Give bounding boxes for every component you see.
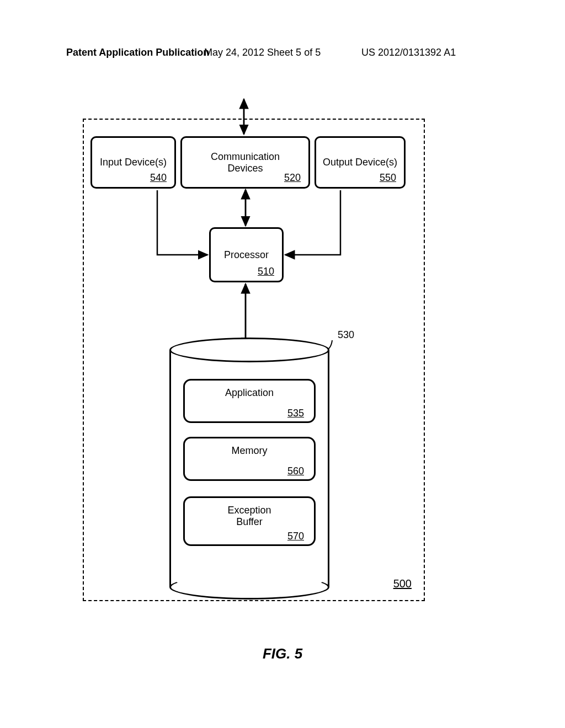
comm-label-1: Communication xyxy=(211,151,280,163)
header-patent-number: US 2012/0131392 A1 xyxy=(361,47,456,58)
output-devices-block: Output Device(s) 550 xyxy=(315,136,406,189)
storage-cylinder: Application 535 Memory 560 Exception Buf… xyxy=(169,338,329,588)
output-ref: 550 xyxy=(380,172,396,184)
exception-label-2: Buffer xyxy=(185,516,314,528)
application-ref: 535 xyxy=(287,408,304,419)
memory-label: Memory xyxy=(185,438,314,457)
comm-label-2: Devices xyxy=(227,163,263,174)
processor-label: Processor xyxy=(224,249,269,261)
input-label: Input Device(s) xyxy=(100,157,167,168)
system-ref: 500 xyxy=(393,577,412,590)
storage-ref: 530 xyxy=(338,329,354,341)
application-block: Application 535 xyxy=(183,379,316,423)
header-publication: Patent Application Publication xyxy=(66,47,209,58)
figure-label: FIG. 5 xyxy=(0,645,565,662)
input-ref: 540 xyxy=(150,172,167,184)
application-label: Application xyxy=(185,381,314,399)
exception-label-1: Exception xyxy=(185,498,314,516)
memory-ref: 560 xyxy=(287,465,304,477)
input-devices-block: Input Device(s) 540 xyxy=(90,136,176,189)
processor-ref: 510 xyxy=(258,266,274,277)
header-date-sheet: May 24, 2012 Sheet 5 of 5 xyxy=(204,47,321,58)
patent-header: Patent Application Publication May 24, 2… xyxy=(0,47,565,58)
exception-buffer-block: Exception Buffer 570 xyxy=(183,496,316,546)
memory-block: Memory 560 xyxy=(183,437,316,481)
cylinder-top xyxy=(169,338,329,362)
comm-ref: 520 xyxy=(284,172,301,184)
system-boundary: Input Device(s) 540 Communication Device… xyxy=(83,119,425,601)
cylinder-bottom xyxy=(169,575,329,599)
processor-block: Processor 510 xyxy=(209,227,284,282)
exception-ref: 570 xyxy=(287,531,304,542)
output-label: Output Device(s) xyxy=(323,157,397,168)
communication-devices-block: Communication Devices 520 xyxy=(180,136,310,189)
